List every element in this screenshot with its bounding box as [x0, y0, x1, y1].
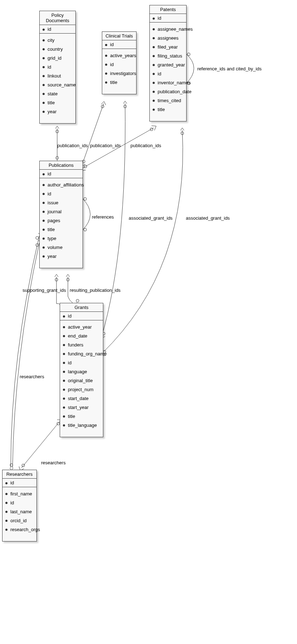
edge-label-clinical-pub: publication_ids [90, 143, 121, 148]
svg-point-16 [76, 299, 79, 302]
edge-label-supporting: supporting_grant_ids [23, 288, 66, 293]
svg-point-0 [56, 130, 59, 133]
svg-point-18 [36, 244, 39, 246]
entity-attrs: assignee_names assignees filed_year fili… [150, 23, 186, 121]
attr: linkout [43, 71, 73, 80]
edge-label-grants-researchers: researchers [41, 460, 66, 465]
attr: country [43, 45, 73, 54]
pk-label: id [48, 26, 51, 32]
attr: funding_org_name [63, 349, 100, 358]
attr: project_num [63, 385, 100, 394]
svg-point-12 [181, 132, 184, 135]
attr: type [43, 234, 80, 243]
edge-label-clinical-grants: associated_grant_ids [129, 215, 173, 221]
entity-attrs: first_name id last_name orcid_id researc… [3, 487, 36, 541]
pk-label: id [48, 171, 51, 176]
attr: publication_date [153, 87, 183, 96]
attr: active_years [105, 51, 133, 60]
attr: assignees [153, 34, 183, 43]
entity-clinical-trials: Clinical Trials id active_years id inves… [102, 31, 137, 94]
attr: year [43, 107, 73, 116]
edge-label-policy-pub: publication_ids [57, 143, 88, 148]
entity-attrs: city country grid_id id linkout source_n… [40, 34, 75, 123]
entity-title: Clinical Trials [102, 32, 136, 40]
edge-label-pub-researchers: researchers [20, 374, 44, 379]
pk-label: id [68, 313, 71, 319]
entity-title: Grants [60, 303, 103, 312]
svg-point-8 [84, 198, 86, 200]
attr: author_affiliations [43, 180, 80, 189]
entity-publications: Publications id author_affiliations id i… [39, 161, 83, 268]
attr: grid_id [43, 54, 73, 63]
entity-title: Policy Documents [40, 11, 75, 25]
entity-grants: Grants id active_year end_date funders f… [60, 303, 103, 437]
attr: id [43, 63, 73, 71]
svg-point-9 [84, 228, 86, 231]
svg-point-15 [66, 278, 69, 281]
attr: last_name [5, 507, 34, 516]
svg-point-5 [84, 165, 87, 168]
svg-point-6 [187, 53, 190, 56]
attr: city [43, 36, 73, 45]
attr: times_cited [153, 96, 183, 105]
attr: title_language [63, 421, 100, 430]
attr: id [153, 69, 183, 78]
attr: language [63, 367, 100, 376]
entity-attrs: author_affiliations id issue journal pag… [40, 178, 83, 268]
svg-point-20 [57, 422, 60, 425]
attr: pages [43, 216, 80, 225]
edge-label-patents-self: reference_ids and cited_by_ids [197, 66, 262, 71]
attr: id [63, 358, 100, 367]
attr: start_date [63, 394, 100, 403]
edge-label-resulting: resulting_publication_ids [70, 288, 120, 293]
attr: filed_year [153, 43, 183, 51]
attr: end_date [63, 331, 100, 340]
attr: original_title [63, 376, 100, 385]
svg-point-4 [150, 128, 153, 131]
attr: title [43, 225, 80, 234]
svg-point-1 [56, 156, 59, 159]
attr: issue [43, 198, 80, 207]
attr: granted_year [153, 60, 183, 69]
attr: assignee_names [153, 25, 183, 34]
attr: title [63, 412, 100, 421]
attr: research_orgs [5, 525, 34, 534]
attr: active_year [63, 323, 100, 331]
entity-researchers: Researchers id first_name id last_name o… [2, 470, 37, 541]
entity-pk: id [3, 479, 36, 487]
svg-point-10 [124, 105, 127, 108]
entity-patents: Patents id assignee_names assignees file… [149, 5, 187, 121]
entity-title: Publications [40, 161, 83, 170]
svg-point-19 [10, 464, 13, 466]
attr: year [43, 252, 80, 261]
attr: filing_status [153, 51, 183, 60]
attr: source_name [43, 80, 73, 89]
svg-point-17 [36, 236, 39, 239]
edge-label-patents-pub: publication_ids [130, 143, 161, 148]
attr: id [5, 498, 34, 507]
attr: orcid_id [5, 516, 34, 525]
entity-policy-documents: Policy Documents id city country grid_id… [39, 11, 76, 124]
attr: id [43, 189, 80, 198]
attr: journal [43, 207, 80, 216]
attr: title [105, 78, 133, 87]
pk-label: id [10, 480, 14, 485]
entity-attrs: active_year end_date funders funding_org… [60, 320, 103, 437]
edge-label-patents-grants: associated_grant_ids [186, 215, 230, 221]
attr: title [153, 105, 183, 114]
attr: funders [63, 340, 100, 349]
entity-pk: id [102, 40, 136, 49]
attr: inventor_names [153, 78, 183, 87]
attr: title [43, 98, 73, 107]
attr: id [105, 60, 133, 69]
entity-title: Patents [150, 5, 186, 14]
attr: state [43, 89, 73, 98]
attr: start_year [63, 403, 100, 412]
edge-label-pub-self: references [92, 214, 114, 220]
pk-label: id [158, 15, 161, 21]
svg-point-21 [22, 464, 25, 467]
svg-point-14 [55, 278, 58, 281]
entity-title: Researchers [3, 470, 36, 479]
entity-pk: id [40, 25, 75, 34]
svg-point-2 [101, 105, 104, 108]
